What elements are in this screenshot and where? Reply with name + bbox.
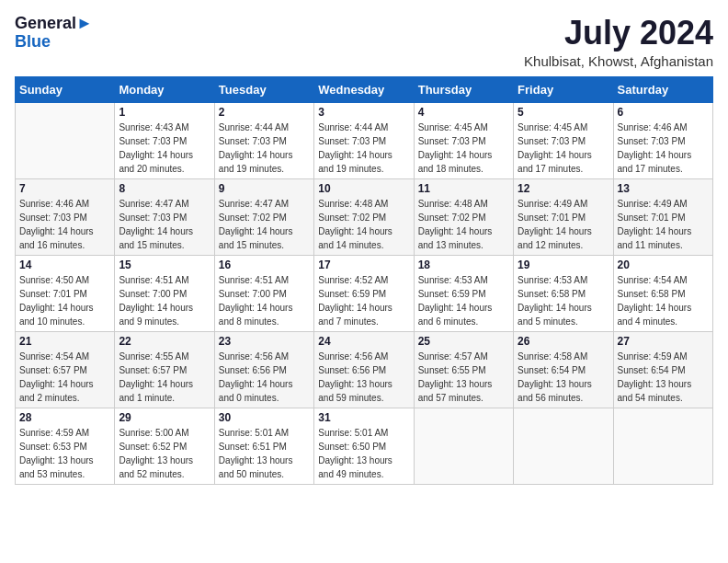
calendar-cell xyxy=(514,408,613,484)
calendar-week-1: 1Sunrise: 4:43 AM Sunset: 7:03 PM Daylig… xyxy=(16,102,713,178)
day-number: 13 xyxy=(618,182,709,195)
calendar-cell: 13Sunrise: 4:49 AM Sunset: 7:01 PM Dayli… xyxy=(613,178,712,255)
day-info: Sunrise: 4:44 AM Sunset: 7:03 PM Dayligh… xyxy=(318,121,409,176)
calendar-cell: 8Sunrise: 4:47 AM Sunset: 7:03 PM Daylig… xyxy=(115,178,214,255)
col-header-wednesday: Wednesday xyxy=(314,76,414,102)
calendar-cell: 10Sunrise: 4:48 AM Sunset: 7:02 PM Dayli… xyxy=(314,178,414,255)
calendar-cell: 30Sunrise: 5:01 AM Sunset: 6:51 PM Dayli… xyxy=(214,408,313,484)
day-number: 29 xyxy=(119,411,210,424)
title-block: July 2024 Khulbisat, Khowst, Afghanistan xyxy=(524,15,713,69)
day-info: Sunrise: 4:51 AM Sunset: 7:00 PM Dayligh… xyxy=(219,273,310,328)
day-info: Sunrise: 4:49 AM Sunset: 7:01 PM Dayligh… xyxy=(518,197,609,252)
day-number: 22 xyxy=(119,335,210,348)
day-info: Sunrise: 4:58 AM Sunset: 6:54 PM Dayligh… xyxy=(518,350,609,405)
day-info: Sunrise: 4:56 AM Sunset: 6:56 PM Dayligh… xyxy=(219,350,310,405)
calendar-cell: 1Sunrise: 4:43 AM Sunset: 7:03 PM Daylig… xyxy=(115,102,214,178)
day-info: Sunrise: 4:45 AM Sunset: 7:03 PM Dayligh… xyxy=(418,121,509,176)
calendar-week-4: 21Sunrise: 4:54 AM Sunset: 6:57 PM Dayli… xyxy=(16,331,713,408)
day-number: 31 xyxy=(318,411,409,424)
calendar-cell: 11Sunrise: 4:48 AM Sunset: 7:02 PM Dayli… xyxy=(414,178,513,255)
day-number: 15 xyxy=(119,259,210,271)
calendar-header-row: SundayMondayTuesdayWednesdayThursdayFrid… xyxy=(16,76,713,102)
day-info: Sunrise: 4:46 AM Sunset: 7:03 PM Dayligh… xyxy=(618,121,709,176)
day-info: Sunrise: 4:54 AM Sunset: 6:57 PM Dayligh… xyxy=(19,350,110,405)
calendar-cell: 22Sunrise: 4:55 AM Sunset: 6:57 PM Dayli… xyxy=(115,331,214,408)
day-info: Sunrise: 4:48 AM Sunset: 7:02 PM Dayligh… xyxy=(418,197,509,252)
day-number: 7 xyxy=(19,182,110,195)
day-number: 10 xyxy=(318,182,409,195)
col-header-thursday: Thursday xyxy=(414,76,513,102)
calendar-cell: 2Sunrise: 4:44 AM Sunset: 7:03 PM Daylig… xyxy=(214,102,313,178)
day-number: 24 xyxy=(318,335,409,348)
location: Khulbisat, Khowst, Afghanistan xyxy=(524,53,713,69)
day-info: Sunrise: 4:45 AM Sunset: 7:03 PM Dayligh… xyxy=(518,121,609,176)
day-info: Sunrise: 4:48 AM Sunset: 7:02 PM Dayligh… xyxy=(318,197,409,252)
day-number: 4 xyxy=(418,106,509,119)
calendar-cell xyxy=(613,408,712,484)
day-number: 20 xyxy=(618,259,709,271)
day-info: Sunrise: 4:47 AM Sunset: 7:02 PM Dayligh… xyxy=(219,197,310,252)
day-number: 1 xyxy=(119,106,210,119)
day-info: Sunrise: 4:44 AM Sunset: 7:03 PM Dayligh… xyxy=(219,121,310,176)
day-info: Sunrise: 4:51 AM Sunset: 7:00 PM Dayligh… xyxy=(119,273,210,328)
day-info: Sunrise: 5:01 AM Sunset: 6:51 PM Dayligh… xyxy=(219,426,310,481)
day-info: Sunrise: 4:57 AM Sunset: 6:55 PM Dayligh… xyxy=(418,350,509,405)
calendar-cell: 4Sunrise: 4:45 AM Sunset: 7:03 PM Daylig… xyxy=(414,102,513,178)
day-number: 30 xyxy=(219,411,310,424)
day-number: 16 xyxy=(219,259,310,271)
page-header: General► Blue July 2024 Khulbisat, Khows… xyxy=(15,15,713,69)
col-header-saturday: Saturday xyxy=(613,76,712,102)
day-info: Sunrise: 4:55 AM Sunset: 6:57 PM Dayligh… xyxy=(119,350,210,405)
calendar-cell: 27Sunrise: 4:59 AM Sunset: 6:54 PM Dayli… xyxy=(613,331,712,408)
day-number: 5 xyxy=(518,106,609,119)
day-number: 18 xyxy=(418,259,509,271)
day-info: Sunrise: 5:00 AM Sunset: 6:52 PM Dayligh… xyxy=(119,426,210,481)
calendar-cell: 20Sunrise: 4:54 AM Sunset: 6:58 PM Dayli… xyxy=(613,255,712,331)
col-header-monday: Monday xyxy=(115,76,214,102)
calendar-table: SundayMondayTuesdayWednesdayThursdayFrid… xyxy=(15,76,713,485)
calendar-cell: 17Sunrise: 4:52 AM Sunset: 6:59 PM Dayli… xyxy=(314,255,414,331)
calendar-cell: 24Sunrise: 4:56 AM Sunset: 6:56 PM Dayli… xyxy=(314,331,414,408)
calendar-cell: 26Sunrise: 4:58 AM Sunset: 6:54 PM Dayli… xyxy=(514,331,613,408)
col-header-tuesday: Tuesday xyxy=(214,76,313,102)
calendar-cell: 14Sunrise: 4:50 AM Sunset: 7:01 PM Dayli… xyxy=(16,255,115,331)
day-info: Sunrise: 4:47 AM Sunset: 7:03 PM Dayligh… xyxy=(119,197,210,252)
logo-blue-text: Blue xyxy=(15,33,93,52)
day-number: 25 xyxy=(418,335,509,348)
day-info: Sunrise: 4:53 AM Sunset: 6:59 PM Dayligh… xyxy=(418,273,509,328)
calendar-week-2: 7Sunrise: 4:46 AM Sunset: 7:03 PM Daylig… xyxy=(16,178,713,255)
calendar-cell: 29Sunrise: 5:00 AM Sunset: 6:52 PM Dayli… xyxy=(115,408,214,484)
col-header-friday: Friday xyxy=(514,76,613,102)
day-number: 14 xyxy=(19,259,110,271)
calendar-week-3: 14Sunrise: 4:50 AM Sunset: 7:01 PM Dayli… xyxy=(16,255,713,331)
calendar-cell: 9Sunrise: 4:47 AM Sunset: 7:02 PM Daylig… xyxy=(214,178,313,255)
day-number: 28 xyxy=(19,411,110,424)
day-number: 12 xyxy=(518,182,609,195)
day-number: 23 xyxy=(219,335,310,348)
day-number: 9 xyxy=(219,182,310,195)
day-number: 11 xyxy=(418,182,509,195)
day-number: 6 xyxy=(618,106,709,119)
logo-text: General► xyxy=(15,15,93,33)
day-info: Sunrise: 4:50 AM Sunset: 7:01 PM Dayligh… xyxy=(19,273,110,328)
day-info: Sunrise: 4:59 AM Sunset: 6:53 PM Dayligh… xyxy=(19,426,110,481)
month-title: July 2024 xyxy=(524,15,713,52)
calendar-cell: 18Sunrise: 4:53 AM Sunset: 6:59 PM Dayli… xyxy=(414,255,513,331)
day-number: 17 xyxy=(318,259,409,271)
calendar-cell: 21Sunrise: 4:54 AM Sunset: 6:57 PM Dayli… xyxy=(16,331,115,408)
day-info: Sunrise: 4:59 AM Sunset: 6:54 PM Dayligh… xyxy=(618,350,709,405)
day-info: Sunrise: 4:43 AM Sunset: 7:03 PM Dayligh… xyxy=(119,121,210,176)
day-info: Sunrise: 5:01 AM Sunset: 6:50 PM Dayligh… xyxy=(318,426,409,481)
day-number: 21 xyxy=(19,335,110,348)
calendar-cell: 12Sunrise: 4:49 AM Sunset: 7:01 PM Dayli… xyxy=(514,178,613,255)
calendar-cell xyxy=(16,102,115,178)
calendar-cell: 25Sunrise: 4:57 AM Sunset: 6:55 PM Dayli… xyxy=(414,331,513,408)
col-header-sunday: Sunday xyxy=(16,76,115,102)
day-number: 2 xyxy=(219,106,310,119)
day-info: Sunrise: 4:49 AM Sunset: 7:01 PM Dayligh… xyxy=(618,197,709,252)
calendar-cell: 7Sunrise: 4:46 AM Sunset: 7:03 PM Daylig… xyxy=(16,178,115,255)
calendar-cell: 6Sunrise: 4:46 AM Sunset: 7:03 PM Daylig… xyxy=(613,102,712,178)
calendar-cell: 5Sunrise: 4:45 AM Sunset: 7:03 PM Daylig… xyxy=(514,102,613,178)
calendar-cell: 28Sunrise: 4:59 AM Sunset: 6:53 PM Dayli… xyxy=(16,408,115,484)
day-info: Sunrise: 4:56 AM Sunset: 6:56 PM Dayligh… xyxy=(318,350,409,405)
